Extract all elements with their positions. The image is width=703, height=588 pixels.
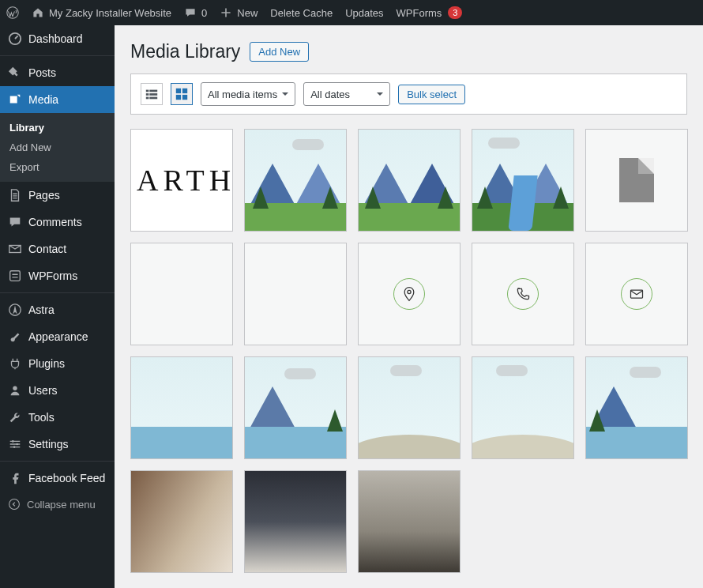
svg-point-9: [9, 499, 20, 510]
wordpress-icon: [6, 6, 19, 19]
sidebar-item-wpforms[interactable]: WPForms: [0, 262, 115, 289]
wpforms-badge: 3: [448, 6, 462, 19]
view-list-button[interactable]: [141, 83, 163, 105]
svg-rect-21: [631, 290, 643, 298]
media-item[interactable]: EARTH: [130, 129, 233, 232]
submenu-export[interactable]: Export: [0, 157, 115, 177]
media-item[interactable]: [472, 129, 574, 232]
media-item[interactable]: [585, 356, 688, 459]
svg-point-6: [12, 440, 14, 443]
svg-point-8: [13, 446, 16, 448]
plus-icon: [220, 6, 232, 19]
phone-icon: [507, 278, 539, 310]
sliders-icon: [8, 437, 22, 451]
add-new-button[interactable]: Add New: [250, 42, 309, 62]
sidebar-item-contact[interactable]: Contact: [0, 236, 115, 262]
svg-rect-10: [146, 90, 149, 92]
facebook-icon: [8, 471, 22, 485]
view-grid-button[interactable]: [171, 83, 193, 105]
svg-point-7: [16, 443, 18, 446]
sidebar-item-comments[interactable]: Comments: [0, 209, 115, 236]
new-link[interactable]: New: [213, 0, 264, 25]
media-item[interactable]: [244, 356, 347, 459]
media-icon: [8, 92, 22, 107]
brush-icon: [8, 330, 22, 344]
media-item[interactable]: [130, 470, 233, 573]
media-item[interactable]: [585, 243, 688, 345]
bulk-select-button[interactable]: Bulk select: [398, 85, 465, 104]
sidebar-item-dashboard[interactable]: Dashboard: [0, 25, 115, 52]
media-submenu: Library Add New Export: [0, 113, 115, 182]
earth-logo: EARTH: [130, 163, 233, 198]
filter-date-select[interactable]: All dates: [303, 82, 390, 106]
updates-link[interactable]: Updates: [339, 0, 389, 25]
media-item[interactable]: [130, 243, 233, 345]
media-item[interactable]: [358, 356, 461, 459]
media-item[interactable]: [358, 129, 461, 232]
media-item[interactable]: [244, 470, 347, 573]
media-item[interactable]: [358, 243, 461, 345]
sidebar-item-appearance[interactable]: Appearance: [0, 323, 115, 350]
filter-type-select[interactable]: All media items: [201, 82, 295, 106]
site-link[interactable]: My Zacky Installer Website: [25, 0, 178, 25]
user-icon: [8, 383, 22, 398]
svg-rect-15: [149, 97, 157, 100]
media-item[interactable]: [358, 470, 461, 573]
mail-icon: [8, 242, 22, 256]
media-item[interactable]: [130, 356, 233, 459]
sidebar-item-astra[interactable]: Astra: [0, 296, 115, 323]
sidebar-item-settings[interactable]: Settings: [0, 431, 115, 458]
submenu-library[interactable]: Library: [0, 118, 115, 138]
plug-icon: [8, 356, 22, 371]
wrench-icon: [8, 410, 22, 424]
svg-rect-16: [176, 89, 181, 93]
content-area: Media Library Add New All media items Al…: [115, 25, 703, 588]
delete-cache-link[interactable]: Delete Cache: [264, 0, 339, 25]
envelope-icon: [621, 278, 652, 310]
media-item[interactable]: [244, 243, 347, 345]
sidebar-item-users[interactable]: Users: [0, 377, 115, 404]
page-header: Media Library Add New: [130, 41, 687, 62]
sidebar-item-pages[interactable]: Pages: [0, 182, 115, 209]
svg-rect-17: [182, 89, 187, 93]
home-icon: [32, 6, 44, 19]
media-item[interactable]: [472, 356, 574, 459]
location-pin-icon: [393, 278, 425, 310]
svg-point-5: [13, 386, 17, 390]
wpforms-link[interactable]: WPForms 3: [390, 0, 469, 25]
admin-sidebar: Dashboard Posts Media Library Add New Ex…: [0, 25, 115, 588]
submenu-add-new[interactable]: Add New: [0, 138, 115, 157]
comments-link[interactable]: 0: [178, 0, 213, 25]
list-icon: [145, 87, 159, 101]
sidebar-item-tools[interactable]: Tools: [0, 404, 115, 431]
svg-rect-14: [146, 97, 149, 100]
svg-point-20: [408, 290, 411, 293]
media-toolbar: All media items All dates Bulk select: [130, 74, 687, 115]
form-icon: [8, 269, 22, 283]
page-title: Media Library: [130, 41, 240, 62]
collapse-icon: [8, 498, 21, 511]
admin-bar: My Zacky Installer Website 0 New Delete …: [0, 0, 703, 25]
astra-icon: [8, 303, 22, 317]
sidebar-item-media[interactable]: Media: [0, 86, 115, 113]
svg-rect-3: [10, 271, 21, 281]
media-item[interactable]: [472, 243, 574, 345]
comment-icon: [8, 215, 22, 229]
svg-rect-11: [149, 90, 157, 92]
collapse-menu[interactable]: Collapse menu: [0, 492, 115, 517]
comment-icon: [184, 6, 197, 19]
file-icon: [619, 158, 654, 202]
pin-icon: [8, 66, 22, 80]
pages-icon: [8, 188, 22, 202]
media-item[interactable]: [244, 129, 347, 232]
sidebar-item-plugins[interactable]: Plugins: [0, 350, 115, 377]
svg-rect-18: [176, 95, 181, 100]
grid-icon: [175, 87, 189, 101]
wp-logo[interactable]: [0, 0, 25, 25]
media-grid: EARTH: [130, 129, 687, 573]
sidebar-item-facebook-feed[interactable]: Facebook Feed: [0, 465, 115, 492]
media-item[interactable]: [585, 129, 688, 232]
svg-rect-13: [149, 93, 157, 96]
sidebar-item-posts[interactable]: Posts: [0, 59, 115, 86]
new-label: New: [237, 7, 258, 19]
